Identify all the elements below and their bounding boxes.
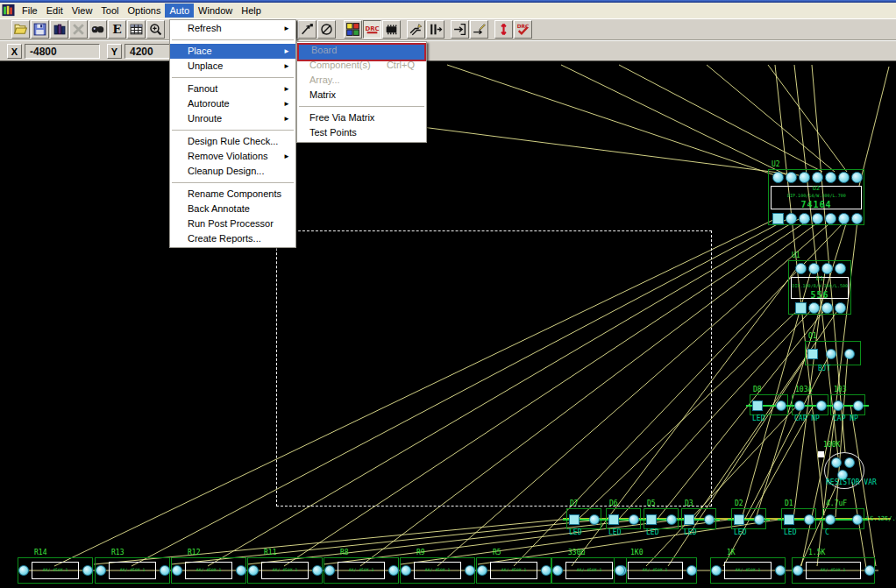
library-button[interactable] bbox=[50, 20, 68, 39]
component-1k0[interactable]: 1K0AX/.450X.1 bbox=[614, 557, 697, 584]
autopath-icon bbox=[409, 22, 423, 37]
component-d2[interactable]: D2LED bbox=[731, 508, 766, 529]
menu-item-create-reports[interactable]: Create Reports... bbox=[170, 231, 295, 246]
menu-view[interactable]: View bbox=[68, 4, 97, 18]
round-pad bbox=[18, 565, 29, 576]
menu-item-design-rule-check[interactable]: Design Rule Check... bbox=[170, 134, 295, 149]
component-ref-label: 4.7uF bbox=[826, 499, 847, 507]
menu-edit[interactable]: Edit bbox=[42, 4, 68, 18]
find-button[interactable] bbox=[89, 20, 107, 39]
menu-item-matrix[interactable]: Matrix bbox=[297, 88, 426, 103]
open-button[interactable] bbox=[11, 20, 30, 39]
zoom-in-icon bbox=[148, 22, 163, 37]
menu-item-free-via-matrix[interactable]: Free Via Matrix bbox=[297, 110, 426, 125]
component-r11[interactable]: R11AX/.450X.1 bbox=[247, 557, 323, 584]
menu-file[interactable]: File bbox=[18, 4, 42, 18]
menu-item-unplace[interactable]: Unplace► bbox=[170, 59, 295, 74]
save-button[interactable] bbox=[31, 20, 49, 39]
component-1k[interactable]: 1KAX/.450X.1 bbox=[710, 557, 786, 584]
menu-item-cleanup-design[interactable]: Cleanup Design... bbox=[170, 164, 295, 179]
design-canvas[interactable]: U2U2DIP.100/14/W.300/L.70074164U1U1DIP.1… bbox=[0, 0, 896, 588]
component-103[interactable]: 103CAP NP bbox=[830, 394, 865, 415]
round-pad bbox=[312, 565, 323, 576]
reconnect-button[interactable] bbox=[298, 20, 316, 39]
menu-item-fanout[interactable]: Fanout► bbox=[170, 81, 295, 96]
online-drc-button[interactable]: DRC bbox=[363, 20, 381, 39]
component-4-7uf[interactable]: 4.7uFC bbox=[822, 508, 864, 529]
round-pad bbox=[808, 302, 820, 314]
component-d3[interactable]: D3LED bbox=[681, 508, 716, 529]
x-coordinate-field[interactable]: -4800 bbox=[25, 44, 100, 59]
menu-item-autoroute[interactable]: Autoroute► bbox=[170, 96, 295, 111]
menu-item-component-s[interactable]: Component(s)Ctrl+Q bbox=[297, 58, 426, 73]
round-pad bbox=[541, 565, 551, 576]
component-d5[interactable]: D5LED bbox=[644, 508, 679, 529]
delete-button[interactable] bbox=[69, 20, 88, 39]
menu-item-refresh[interactable]: Refresh► bbox=[170, 21, 295, 36]
component-body: AX/.450X.1 bbox=[724, 562, 772, 579]
component-r9[interactable]: R9AX/.450X.1 bbox=[400, 557, 475, 584]
route-in-button[interactable] bbox=[451, 20, 469, 39]
square-pad bbox=[772, 213, 784, 224]
reconnect-icon bbox=[300, 22, 315, 37]
menu-tool[interactable]: Tool bbox=[96, 4, 123, 18]
round-pad bbox=[838, 213, 850, 224]
menu-window[interactable]: Window bbox=[194, 4, 237, 18]
menu-item-remove-violations[interactable]: Remove Violations► bbox=[170, 149, 295, 164]
component-u2[interactable]: U2U2DIP.100/14/W.300/L.70074164 bbox=[768, 169, 864, 225]
component-100k[interactable]: 100KRESISTOR VAR bbox=[821, 450, 868, 494]
component-r5[interactable]: R5AX/.450X.1 bbox=[476, 557, 551, 584]
drc-check-button[interactable]: DRC bbox=[514, 20, 532, 39]
autopath-button[interactable] bbox=[407, 20, 425, 39]
component-body: AX/.450X.1 bbox=[565, 562, 613, 579]
menu-help[interactable]: Help bbox=[237, 4, 266, 18]
round-pad bbox=[324, 565, 335, 576]
component-r8[interactable]: R8AX/.450X.1 bbox=[324, 557, 399, 584]
spreadsheet-button[interactable] bbox=[127, 20, 146, 39]
edit-segment-button[interactable] bbox=[470, 20, 488, 39]
zoom-in-button[interactable] bbox=[146, 20, 165, 39]
pin1-marker bbox=[818, 451, 824, 457]
edit-text-button[interactable]: E bbox=[108, 20, 126, 39]
menu-bar: FileEditViewToolOptionsAutoWindowHelp bbox=[0, 3, 896, 18]
auto-menu: Refresh►Place►Unplace►Fanout►Autoroute►U… bbox=[169, 19, 296, 248]
component-footprint-text: AX/.450X.1 bbox=[643, 568, 668, 572]
component-r14[interactable]: R14AX/.450X.1 bbox=[18, 557, 93, 584]
shove-button[interactable] bbox=[426, 20, 444, 39]
y-coordinate-label: Y bbox=[107, 44, 122, 59]
library-icon bbox=[52, 22, 67, 37]
component-ref-label: D2 bbox=[735, 499, 743, 507]
component-d1[interactable]: D1LED bbox=[781, 508, 816, 529]
round-pad bbox=[388, 565, 399, 576]
components-button[interactable] bbox=[382, 20, 401, 39]
menu-options[interactable]: Options bbox=[124, 4, 166, 18]
menu-item-place[interactable]: Place► bbox=[170, 44, 295, 59]
square-pad bbox=[784, 514, 794, 525]
component-ref-label: D3 bbox=[685, 499, 693, 507]
component-103a[interactable]: 103ACAP NP bbox=[792, 394, 828, 415]
component-d7[interactable]: D7LED bbox=[566, 508, 601, 529]
edit-segment-icon bbox=[472, 22, 487, 37]
component-ref-text: U2 bbox=[813, 186, 820, 193]
menu-item-rename-components[interactable]: Rename Components bbox=[170, 187, 295, 202]
colors-button[interactable] bbox=[344, 20, 362, 39]
component-d6[interactable]: D6LED bbox=[606, 508, 641, 529]
obstacle-button[interactable] bbox=[317, 20, 336, 39]
menu-item-unroute[interactable]: Unroute► bbox=[170, 111, 295, 126]
auto-menu-separator bbox=[170, 74, 295, 81]
component-r13[interactable]: R13AX/.450X.1 bbox=[95, 557, 170, 584]
component-d8[interactable]: D8LED bbox=[750, 394, 788, 415]
menu-item-back-annotate[interactable]: Back Annotate bbox=[170, 202, 295, 216]
min-distance-button[interactable] bbox=[494, 20, 513, 39]
menu-item-array[interactable]: Array... bbox=[297, 73, 426, 88]
component-1-5k[interactable]: 1.5KAX/.450X.1 bbox=[792, 557, 875, 584]
menu-item-test-points[interactable]: Test Points bbox=[297, 125, 426, 140]
menu-auto[interactable]: Auto bbox=[165, 4, 194, 18]
component-ref-label: D7 bbox=[570, 499, 579, 507]
menu-item-run-post-processor[interactable]: Run Post Processor bbox=[170, 216, 295, 231]
component-footprint-text: AX/.450X.1 bbox=[273, 568, 298, 572]
square-pad bbox=[807, 349, 818, 359]
component-u1[interactable]: U1U1DIP.100/8/W.300/L.500556 bbox=[788, 260, 851, 315]
component-r12[interactable]: R12AX/.450X.1 bbox=[171, 557, 246, 584]
component-q1[interactable]: Q1BJT bbox=[805, 341, 861, 365]
